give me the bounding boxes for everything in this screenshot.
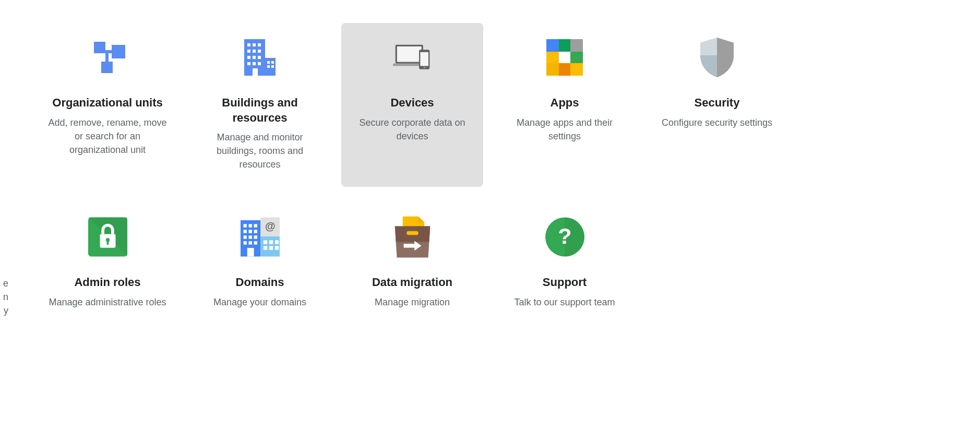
card-title: Security	[695, 96, 740, 111]
svg-rect-7	[247, 43, 250, 46]
devices-icon	[393, 38, 432, 77]
card-desc: Configure security settings	[662, 116, 772, 129]
svg-rect-51	[248, 235, 252, 239]
svg-rect-14	[253, 56, 256, 59]
card-title: Support	[543, 275, 587, 290]
svg-rect-10	[247, 50, 250, 53]
svg-rect-20	[267, 61, 270, 64]
card-buildings-resources[interactable]: Buildings and resources Manage and monit…	[189, 23, 331, 187]
card-data-migration[interactable]: Data migration Manage migration	[341, 202, 483, 325]
svg-rect-25	[397, 46, 421, 62]
card-desc: Manage migration	[375, 295, 450, 309]
card-title: Domains	[236, 275, 284, 290]
shield-icon	[698, 38, 737, 77]
svg-rect-35	[570, 52, 583, 63]
migration-icon	[393, 217, 432, 256]
svg-rect-53	[243, 241, 246, 244]
card-desc: Secure corporate data on devices	[352, 116, 473, 143]
card-security[interactable]: Security Configure security settings	[646, 23, 788, 187]
card-title: Organizational units	[52, 96, 162, 111]
svg-rect-38	[570, 63, 583, 76]
svg-rect-22	[267, 65, 270, 68]
svg-rect-4	[103, 50, 114, 53]
card-devices[interactable]: Devices Secure corporate data on devices	[341, 23, 483, 187]
svg-rect-16	[247, 62, 250, 65]
svg-rect-50	[243, 235, 246, 239]
buildings-icon	[241, 38, 280, 77]
svg-rect-52	[254, 235, 257, 239]
svg-rect-9	[258, 43, 261, 46]
apps-icon	[545, 38, 584, 77]
svg-rect-11	[253, 50, 256, 53]
svg-rect-67	[403, 244, 415, 248]
svg-rect-15	[258, 56, 261, 59]
svg-rect-17	[253, 62, 256, 65]
svg-rect-47	[243, 230, 246, 233]
svg-rect-30	[546, 39, 559, 52]
admin-cards-grid: Organizational units Add, remove, rename…	[37, 23, 788, 325]
svg-rect-42	[106, 240, 109, 245]
svg-rect-49	[254, 230, 257, 233]
card-desc: Manage and monitor buildings, rooms and …	[199, 130, 320, 171]
svg-rect-44	[243, 224, 246, 227]
svg-text:@: @	[265, 220, 275, 232]
svg-rect-46	[254, 224, 257, 227]
svg-rect-56	[247, 248, 254, 256]
svg-rect-62	[274, 240, 278, 244]
domains-icon: @	[241, 217, 280, 256]
card-title: Data migration	[372, 275, 452, 290]
card-title: Devices	[390, 96, 434, 111]
card-desc: Add, remove, rename, move or search for …	[47, 116, 168, 157]
svg-rect-34	[559, 52, 570, 63]
cropped-card-text: e n y	[0, 277, 8, 317]
svg-rect-12	[258, 50, 261, 53]
svg-rect-28	[420, 52, 428, 66]
card-domains[interactable]: @ Domains Manage your domains	[189, 202, 331, 325]
svg-rect-19	[253, 68, 258, 76]
svg-rect-33	[546, 52, 559, 63]
svg-rect-63	[263, 246, 267, 249]
svg-rect-45	[248, 224, 252, 227]
svg-rect-64	[269, 246, 272, 249]
svg-rect-48	[248, 230, 252, 233]
svg-rect-55	[254, 241, 257, 244]
svg-text:?: ?	[558, 223, 571, 248]
svg-rect-36	[546, 63, 559, 76]
svg-rect-13	[247, 56, 250, 59]
card-apps[interactable]: Apps Manage apps and their settings	[494, 23, 636, 187]
svg-rect-66	[407, 231, 419, 235]
org-units-icon	[88, 38, 127, 77]
svg-rect-23	[271, 65, 274, 68]
support-icon: ?	[545, 217, 584, 256]
svg-rect-32	[570, 39, 583, 52]
card-admin-roles[interactable]: Admin roles Manage administrative roles	[37, 202, 178, 325]
svg-point-29	[423, 66, 425, 68]
svg-rect-21	[271, 61, 274, 64]
card-title: Buildings and resources	[199, 96, 320, 125]
lock-icon	[88, 217, 127, 256]
svg-rect-8	[253, 43, 256, 46]
card-organizational-units[interactable]: Organizational units Add, remove, rename…	[37, 23, 178, 187]
svg-rect-65	[274, 246, 278, 249]
card-title: Apps	[551, 96, 579, 111]
card-title: Admin roles	[74, 275, 140, 290]
svg-rect-60	[263, 240, 267, 244]
svg-rect-37	[559, 63, 570, 76]
card-desc: Talk to our support team	[514, 295, 615, 309]
svg-rect-61	[269, 240, 272, 244]
svg-rect-54	[248, 241, 252, 244]
svg-rect-31	[559, 39, 570, 52]
card-desc: Manage apps and their settings	[504, 116, 625, 143]
card-desc: Manage your domains	[213, 295, 306, 309]
card-desc: Manage administrative roles	[49, 295, 166, 309]
svg-rect-18	[258, 62, 261, 65]
card-support[interactable]: ? Support Talk to our support team	[494, 202, 636, 325]
